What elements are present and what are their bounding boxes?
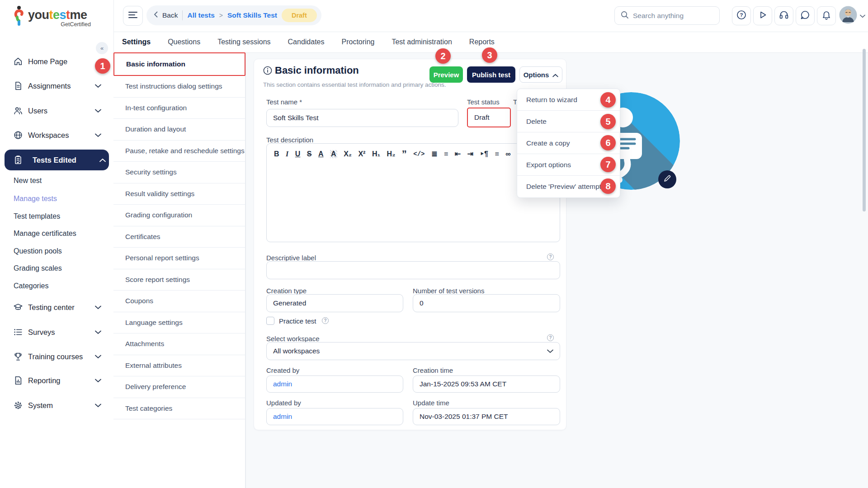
search-input[interactable] <box>633 12 710 20</box>
settings-nav-personal-report[interactable]: Personal report settings <box>113 248 245 269</box>
test-name-input[interactable]: Soft Skills Test <box>266 109 458 127</box>
versions-field[interactable]: 0 <box>413 294 560 312</box>
workspace-select[interactable]: All workspaces <box>266 342 560 360</box>
heading1-icon[interactable]: H₁ <box>372 150 380 158</box>
tab-reports[interactable]: Reports <box>469 38 495 46</box>
user-menu[interactable] <box>839 6 867 25</box>
settings-nav-delivery-preference[interactable]: Delivery preference <box>113 376 245 398</box>
tab-proctoring[interactable]: Proctoring <box>342 38 375 46</box>
tab-settings[interactable]: Settings <box>122 38 151 46</box>
practice-test-checkbox[interactable] <box>266 317 274 325</box>
settings-nav-pause-retake[interactable]: Pause, retake and reschedule settings <box>113 141 245 162</box>
settings-nav-coupons[interactable]: Coupons <box>113 291 245 312</box>
chevron-down-icon <box>95 133 101 137</box>
publish-test-button[interactable]: Publish test <box>467 66 515 83</box>
creation-type-field[interactable]: Generated <box>266 294 403 312</box>
heading2-icon[interactable]: H₂ <box>387 150 396 158</box>
italic-icon[interactable]: I <box>286 150 288 158</box>
sidebar-subitem-grading-scales[interactable]: Grading scales <box>0 260 113 277</box>
outdent-icon[interactable]: ⇤ <box>455 150 461 158</box>
tab-testing-sessions[interactable]: Testing sessions <box>217 38 270 46</box>
breadcrumb-all-tests[interactable]: All tests <box>187 11 214 19</box>
test-description-editor[interactable]: B I U S A A X₂ X² H₁ H₂ ” </> ≣ ≡ ⇤ ⇥ ‣¶… <box>266 143 560 242</box>
bullet-list-icon[interactable]: ≡ <box>444 150 448 158</box>
settings-nav-result-validity[interactable]: Result validity settings <box>113 183 245 205</box>
superscript-icon[interactable]: X² <box>358 150 365 158</box>
link-icon[interactable]: ∞ <box>505 150 510 158</box>
breadcrumb: Back All tests > Soft Skills Test Draft <box>146 5 321 25</box>
settings-nav-in-test-configuration[interactable]: In-test configuration <box>113 98 245 119</box>
chevron-down-icon <box>95 305 101 310</box>
sidebar-item-surveys[interactable]: Surveys <box>0 323 113 341</box>
sidebar-subitem-question-pools[interactable]: Question pools <box>0 243 113 259</box>
text-color-icon[interactable]: A <box>318 150 324 158</box>
sidebar-item-tests-edited[interactable]: Tests Edited <box>5 150 109 170</box>
settings-nav-language[interactable]: Language settings <box>113 312 245 334</box>
highlight-color-icon[interactable]: A <box>330 150 337 158</box>
sidebar-item-users[interactable]: Users <box>0 102 113 120</box>
annotation-badge-5: 5 <box>600 114 616 129</box>
test-status-field[interactable]: Draft <box>467 108 511 127</box>
sidebar-subitem-manage-certificates[interactable]: Manage certificates <box>0 225 113 242</box>
align-icon[interactable]: ≡ <box>495 150 499 158</box>
indent-icon[interactable]: ⇥ <box>467 150 473 158</box>
description-content-area[interactable] <box>267 164 560 232</box>
settings-nav-duration-layout[interactable]: Duration and layout <box>113 119 245 141</box>
global-search[interactable] <box>614 6 720 25</box>
settings-nav-score-report[interactable]: Score report settings <box>113 269 245 291</box>
back-button[interactable]: Back <box>162 11 178 19</box>
settings-nav-test-categories[interactable]: Test categories <box>113 398 245 420</box>
underline-icon[interactable]: U <box>295 150 301 158</box>
sidebar-item-testing-center[interactable]: Testing center <box>0 298 113 316</box>
preview-button[interactable]: Preview <box>429 66 463 83</box>
bold-icon[interactable]: B <box>274 150 279 158</box>
notifications-button[interactable] <box>817 6 836 25</box>
annotation-badge-8: 8 <box>600 178 616 194</box>
chat-button[interactable] <box>796 6 815 25</box>
sidebar-item-assignments[interactable]: Assignments <box>0 77 113 95</box>
settings-nav-external-attributes[interactable]: External attributes <box>113 355 245 377</box>
help-button[interactable]: ? <box>732 6 751 25</box>
sidebar-item-workspaces[interactable]: Workspaces <box>0 126 113 144</box>
sidebar-subitem-new-test[interactable]: New test <box>0 173 113 189</box>
video-tutorials-button[interactable] <box>753 6 772 25</box>
options-button[interactable]: Options <box>519 66 562 83</box>
updated-by-link[interactable]: admin <box>273 413 292 421</box>
tab-candidates[interactable]: Candidates <box>288 38 325 46</box>
help-icon[interactable]: ? <box>547 334 554 341</box>
breadcrumb-test-name[interactable]: Soft Skills Test <box>227 11 277 19</box>
settings-nav-grading-configuration[interactable]: Grading configuration <box>113 205 245 226</box>
help-icon[interactable]: ? <box>547 253 554 260</box>
blockquote-icon[interactable]: ” <box>402 152 407 156</box>
settings-nav-attachments[interactable]: Attachments <box>113 333 245 355</box>
clipboard-check-icon <box>13 155 24 165</box>
sidebar-subitem-categories[interactable]: Categories <box>0 278 113 294</box>
menu-toggle-button[interactable] <box>123 6 143 26</box>
help-icon[interactable]: ? <box>322 317 329 324</box>
sidebar-subitem-manage-tests[interactable]: Manage tests <box>0 191 113 207</box>
strikethrough-icon[interactable]: S <box>307 150 312 158</box>
report-chart-icon <box>13 375 24 386</box>
support-button[interactable] <box>774 6 793 25</box>
descriptive-label-input[interactable] <box>266 261 560 279</box>
sidebar-subitem-test-templates[interactable]: Test templates <box>0 208 113 225</box>
settings-nav-basic-information[interactable]: Basic information <box>113 52 245 76</box>
svg-text:?: ? <box>740 12 743 18</box>
sidebar-item-reporting[interactable]: Reporting <box>0 371 113 389</box>
edit-thumbnail-button[interactable] <box>658 170 676 188</box>
settings-nav-test-instructions[interactable]: Test instructions dialog settings <box>113 76 245 98</box>
tab-questions[interactable]: Questions <box>168 38 200 46</box>
sidebar-label: Workspaces <box>28 131 69 140</box>
code-icon[interactable]: </> <box>413 150 425 158</box>
created-by-link[interactable]: admin <box>273 380 292 388</box>
ordered-list-icon[interactable]: ≣ <box>431 150 437 158</box>
settings-nav-certificates[interactable]: Certificates <box>113 226 245 248</box>
sidebar-item-training-courses[interactable]: Training courses <box>0 347 113 366</box>
settings-nav-security[interactable]: Security settings <box>113 162 245 183</box>
sidebar-item-system[interactable]: System <box>0 396 113 414</box>
tab-test-administration[interactable]: Test administration <box>392 38 452 46</box>
paragraph-direction-icon[interactable]: ‣¶ <box>480 150 488 158</box>
scrollbar-thumb[interactable] <box>863 49 866 211</box>
subscript-icon[interactable]: X₂ <box>344 150 352 158</box>
sidebar-label: Tests Edited <box>33 156 76 164</box>
